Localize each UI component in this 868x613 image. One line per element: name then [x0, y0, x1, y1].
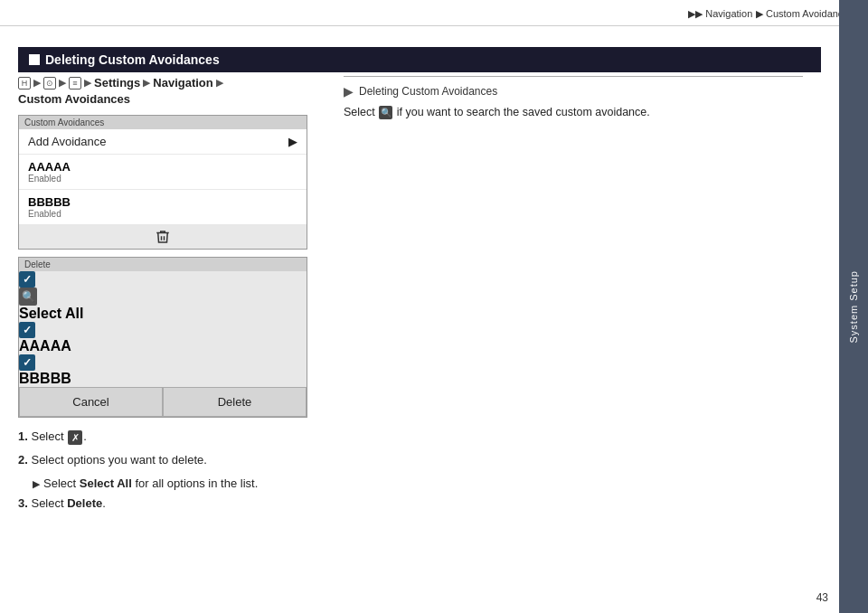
step1: 1. Select ✗. [18, 427, 326, 447]
section-header: Deleting Custom Avoidances [18, 47, 821, 72]
main-content: Deleting Custom Avoidances H ▶ ⊙ ▶ ≡ ▶ S… [0, 33, 839, 613]
add-avoidance-label: Add Avoidance [28, 135, 107, 148]
search-icon: 🔍 [19, 288, 37, 306]
add-avoidance-arrow: ▶ [288, 135, 297, 148]
path-icon-home: H [18, 77, 31, 90]
path-arrow3: ▶ [84, 77, 91, 89]
path-icon-settings: ≡ [69, 77, 81, 90]
steps-text: 1. Select ✗. 2. Select options you want … [18, 427, 326, 514]
delete-aaaaa-label: AAAAA [19, 338, 71, 354]
trash-button[interactable] [19, 225, 307, 249]
note-body: Select 🔍 if you want to search the saved… [344, 104, 803, 121]
screen2-title-bar: Delete [19, 258, 307, 271]
step2: 2. Select options you want to delete. [18, 450, 326, 470]
avoidance-item-aaaaa[interactable]: AAAAA Enabled [19, 155, 307, 190]
path-arrow2: ▶ [59, 77, 66, 89]
path-custom-avoidances: Custom Avoidances [18, 92, 130, 106]
note-box: ▶ Deleting Custom Avoidances Select 🔍 if… [344, 76, 803, 121]
screen2-body: 🔍 Select All AAAAA BBBBB Cancel [19, 271, 307, 417]
step2-sub: ▶ Select Select All for all options in t… [18, 474, 326, 494]
path-line: H ▶ ⊙ ▶ ≡ ▶ Settings ▶ Navigation ▶ Cust… [18, 76, 326, 106]
top-divider [0, 25, 868, 26]
screen-delete: Delete 🔍 Select All AAAAA [18, 257, 307, 418]
delete-item-aaaaa[interactable]: AAAAA [19, 322, 307, 354]
section-title: Deleting Custom Avoidances [45, 52, 220, 67]
cancel-button[interactable]: Cancel [19, 387, 163, 417]
avoidances-list: Add Avoidance ▶ AAAAA Enabled BBBBB [19, 129, 307, 225]
avoidance-item-bbbbb[interactable]: BBBBB Enabled [19, 190, 307, 225]
note-title: ▶ Deleting Custom Avoidances [344, 84, 803, 99]
delete-bbbbb-label: BBBBB [19, 371, 71, 386]
trash-icon [155, 229, 171, 245]
step1-icon: ✗ [68, 430, 82, 445]
left-column: H ▶ ⊙ ▶ ≡ ▶ Settings ▶ Navigation ▶ Cust… [18, 76, 326, 517]
item-aaaaa-status: Enabled [28, 174, 71, 184]
item-bbbbb-status: Enabled [28, 209, 71, 219]
breadcrumb-prefix: ▶▶ [688, 8, 703, 19]
select-all-check [19, 271, 35, 288]
path-arrow4: ▶ [143, 77, 150, 89]
right-sidebar: System Setup [839, 0, 868, 613]
breadcrumb-nav: Navigation [705, 8, 752, 19]
delete-bbbbb-check [19, 354, 35, 371]
screen-custom-avoidances: Custom Avoidances Add Avoidance ▶ AAAAA … [18, 115, 307, 250]
step3: 3. Select Delete. [18, 494, 326, 514]
select-all-label: Select All [19, 306, 83, 321]
breadcrumb-sep: ▶ [756, 8, 763, 19]
path-arrow1: ▶ [33, 77, 41, 89]
add-avoidance-item[interactable]: Add Avoidance ▶ [19, 129, 307, 155]
path-navigation: Navigation [153, 76, 212, 90]
screen1-title-bar: Custom Avoidances [19, 116, 307, 129]
item-bbbbb-name: BBBBB [28, 195, 71, 209]
note-title-text: Deleting Custom Avoidances [359, 85, 497, 98]
screen1-body: Add Avoidance ▶ AAAAA Enabled BBBBB [19, 129, 307, 249]
right-column: ▶ Deleting Custom Avoidances Select 🔍 if… [344, 76, 803, 121]
breadcrumb: ▶▶ Navigation ▶ Custom Avoidances [688, 7, 854, 20]
item-aaaaa-name: AAAAA [28, 160, 71, 174]
note-search-icon: 🔍 [379, 106, 392, 119]
path-icon-menu: ⊙ [43, 77, 56, 90]
section-icon [29, 54, 40, 65]
delete-aaaaa-check [19, 322, 35, 338]
path-settings: Settings [94, 76, 140, 90]
select-all-row[interactable]: 🔍 Select All [19, 271, 307, 322]
screens-container: Custom Avoidances Add Avoidance ▶ AAAAA … [18, 115, 326, 418]
delete-action-buttons: Cancel Delete [19, 387, 307, 417]
page-number: 43 [816, 591, 828, 604]
confirm-delete-button[interactable]: Delete [163, 387, 307, 417]
note-title-icon: ▶ [344, 84, 354, 99]
path-arrow5: ▶ [216, 77, 223, 89]
sidebar-label: System Setup [848, 270, 859, 343]
delete-item-bbbbb[interactable]: BBBBB [19, 354, 307, 387]
